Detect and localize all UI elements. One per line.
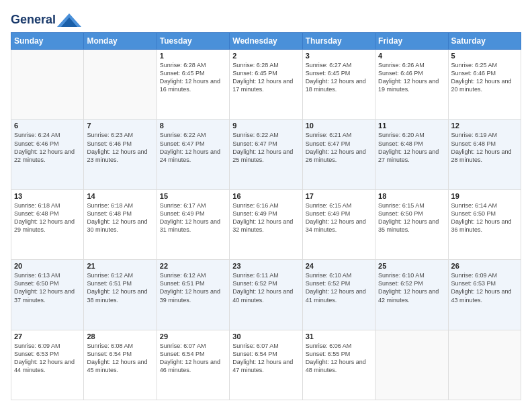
day-header-saturday: Saturday: [448, 33, 521, 50]
day-number: 17: [306, 192, 372, 200]
calendar-cell: [375, 330, 448, 400]
calendar-cell: 24Sunrise: 6:10 AM Sunset: 6:52 PM Dayli…: [302, 260, 375, 330]
calendar-cell: 1Sunrise: 6:28 AM Sunset: 6:45 PM Daylig…: [157, 50, 229, 120]
calendar-cell: 25Sunrise: 6:10 AM Sunset: 6:52 PM Dayli…: [375, 260, 448, 330]
calendar-cell: 28Sunrise: 6:08 AM Sunset: 6:54 PM Dayli…: [84, 330, 157, 400]
day-info: Sunrise: 6:07 AM Sunset: 6:54 PM Dayligh…: [232, 342, 299, 375]
calendar-cell: 14Sunrise: 6:18 AM Sunset: 6:48 PM Dayli…: [84, 189, 157, 259]
calendar-cell: 6Sunrise: 6:24 AM Sunset: 6:46 PM Daylig…: [11, 120, 84, 189]
logo-text: General: [11, 13, 56, 27]
calendar-cell: 10Sunrise: 6:21 AM Sunset: 6:47 PM Dayli…: [302, 120, 375, 189]
calendar-cell: 18Sunrise: 6:15 AM Sunset: 6:50 PM Dayli…: [375, 189, 448, 259]
day-number: 23: [232, 262, 299, 270]
day-info: Sunrise: 6:18 AM Sunset: 6:48 PM Dayligh…: [87, 201, 153, 234]
day-info: Sunrise: 6:22 AM Sunset: 6:47 PM Dayligh…: [160, 131, 226, 164]
day-info: Sunrise: 6:24 AM Sunset: 6:46 PM Dayligh…: [14, 131, 81, 164]
calendar-cell: [448, 330, 521, 400]
day-number: 6: [14, 122, 81, 130]
day-number: 7: [87, 122, 153, 130]
week-row-4: 20Sunrise: 6:13 AM Sunset: 6:50 PM Dayli…: [11, 260, 521, 330]
day-info: Sunrise: 6:11 AM Sunset: 6:52 PM Dayligh…: [232, 271, 299, 304]
day-number: 25: [378, 262, 445, 270]
calendar-cell: 15Sunrise: 6:17 AM Sunset: 6:49 PM Dayli…: [157, 189, 229, 259]
day-info: Sunrise: 6:13 AM Sunset: 6:50 PM Dayligh…: [14, 271, 81, 304]
week-row-2: 6Sunrise: 6:24 AM Sunset: 6:46 PM Daylig…: [11, 120, 521, 189]
day-info: Sunrise: 6:26 AM Sunset: 6:46 PM Dayligh…: [378, 61, 445, 94]
day-header-sunday: Sunday: [11, 33, 84, 50]
day-number: 12: [451, 122, 518, 130]
day-number: 26: [451, 262, 518, 270]
calendar-cell: 4Sunrise: 6:26 AM Sunset: 6:46 PM Daylig…: [375, 50, 448, 120]
day-info: Sunrise: 6:28 AM Sunset: 6:45 PM Dayligh…: [160, 61, 226, 94]
day-number: 10: [306, 122, 372, 130]
week-row-3: 13Sunrise: 6:18 AM Sunset: 6:48 PM Dayli…: [11, 189, 521, 259]
day-header-wednesday: Wednesday: [230, 33, 302, 50]
day-info: Sunrise: 6:23 AM Sunset: 6:46 PM Dayligh…: [87, 131, 153, 164]
calendar-cell: 5Sunrise: 6:25 AM Sunset: 6:46 PM Daylig…: [448, 50, 521, 120]
day-info: Sunrise: 6:21 AM Sunset: 6:47 PM Dayligh…: [306, 131, 372, 164]
page: General SundayMondayTuesdayWednesdayThur…: [0, 0, 532, 411]
day-info: Sunrise: 6:10 AM Sunset: 6:52 PM Dayligh…: [378, 271, 445, 304]
day-info: Sunrise: 6:16 AM Sunset: 6:49 PM Dayligh…: [232, 201, 299, 234]
day-number: 22: [160, 262, 226, 270]
calendar-cell: 12Sunrise: 6:19 AM Sunset: 6:48 PM Dayli…: [448, 120, 521, 189]
day-info: Sunrise: 6:07 AM Sunset: 6:54 PM Dayligh…: [160, 342, 226, 375]
day-number: 27: [14, 332, 81, 340]
day-number: 4: [378, 52, 445, 60]
calendar-cell: 23Sunrise: 6:11 AM Sunset: 6:52 PM Dayli…: [230, 260, 302, 330]
week-row-1: 1Sunrise: 6:28 AM Sunset: 6:45 PM Daylig…: [11, 50, 521, 120]
header: General: [11, 11, 521, 27]
day-info: Sunrise: 6:19 AM Sunset: 6:48 PM Dayligh…: [451, 131, 518, 164]
day-number: 8: [160, 122, 226, 130]
calendar-cell: 9Sunrise: 6:22 AM Sunset: 6:47 PM Daylig…: [230, 120, 302, 189]
calendar-cell: 26Sunrise: 6:09 AM Sunset: 6:53 PM Dayli…: [448, 260, 521, 330]
day-number: 19: [451, 192, 518, 200]
day-info: Sunrise: 6:20 AM Sunset: 6:48 PM Dayligh…: [378, 131, 445, 164]
week-row-5: 27Sunrise: 6:09 AM Sunset: 6:53 PM Dayli…: [11, 330, 521, 400]
day-number: 5: [451, 52, 518, 60]
day-header-tuesday: Tuesday: [157, 33, 229, 50]
day-info: Sunrise: 6:09 AM Sunset: 6:53 PM Dayligh…: [14, 342, 81, 375]
calendar-cell: 21Sunrise: 6:12 AM Sunset: 6:51 PM Dayli…: [84, 260, 157, 330]
calendar-cell: 27Sunrise: 6:09 AM Sunset: 6:53 PM Dayli…: [11, 330, 84, 400]
day-number: 9: [232, 122, 299, 130]
day-info: Sunrise: 6:28 AM Sunset: 6:45 PM Dayligh…: [232, 61, 299, 94]
day-info: Sunrise: 6:15 AM Sunset: 6:49 PM Dayligh…: [306, 201, 372, 234]
day-number: 28: [87, 332, 153, 340]
day-number: 20: [14, 262, 81, 270]
calendar-cell: 29Sunrise: 6:07 AM Sunset: 6:54 PM Dayli…: [157, 330, 229, 400]
logo: General: [11, 11, 81, 27]
day-info: Sunrise: 6:15 AM Sunset: 6:50 PM Dayligh…: [378, 201, 445, 234]
day-number: 29: [160, 332, 226, 340]
day-number: 3: [306, 52, 372, 60]
day-number: 24: [306, 262, 372, 270]
day-number: 30: [232, 332, 299, 340]
day-info: Sunrise: 6:12 AM Sunset: 6:51 PM Dayligh…: [160, 271, 226, 304]
logo-icon: [57, 11, 81, 30]
day-number: 2: [232, 52, 299, 60]
day-info: Sunrise: 6:27 AM Sunset: 6:45 PM Dayligh…: [306, 61, 372, 94]
day-header-thursday: Thursday: [302, 33, 375, 50]
day-number: 21: [87, 262, 153, 270]
calendar-cell: 30Sunrise: 6:07 AM Sunset: 6:54 PM Dayli…: [230, 330, 302, 400]
calendar-cell: 13Sunrise: 6:18 AM Sunset: 6:48 PM Dayli…: [11, 189, 84, 259]
calendar-cell: 2Sunrise: 6:28 AM Sunset: 6:45 PM Daylig…: [230, 50, 302, 120]
calendar-cell: 8Sunrise: 6:22 AM Sunset: 6:47 PM Daylig…: [157, 120, 229, 189]
day-number: 31: [306, 332, 372, 340]
day-header-friday: Friday: [375, 33, 448, 50]
day-number: 13: [14, 192, 81, 200]
day-info: Sunrise: 6:25 AM Sunset: 6:46 PM Dayligh…: [451, 61, 518, 94]
calendar-cell: 17Sunrise: 6:15 AM Sunset: 6:49 PM Dayli…: [302, 189, 375, 259]
day-number: 15: [160, 192, 226, 200]
day-info: Sunrise: 6:06 AM Sunset: 6:55 PM Dayligh…: [306, 342, 372, 375]
day-number: 14: [87, 192, 153, 200]
calendar-cell: 3Sunrise: 6:27 AM Sunset: 6:45 PM Daylig…: [302, 50, 375, 120]
calendar-cell: 22Sunrise: 6:12 AM Sunset: 6:51 PM Dayli…: [157, 260, 229, 330]
calendar-cell: 11Sunrise: 6:20 AM Sunset: 6:48 PM Dayli…: [375, 120, 448, 189]
day-number: 18: [378, 192, 445, 200]
day-number: 11: [378, 122, 445, 130]
calendar-cell: 31Sunrise: 6:06 AM Sunset: 6:55 PM Dayli…: [302, 330, 375, 400]
calendar-cell: [11, 50, 84, 120]
calendar-cell: 16Sunrise: 6:16 AM Sunset: 6:49 PM Dayli…: [230, 189, 302, 259]
day-info: Sunrise: 6:12 AM Sunset: 6:51 PM Dayligh…: [87, 271, 153, 304]
